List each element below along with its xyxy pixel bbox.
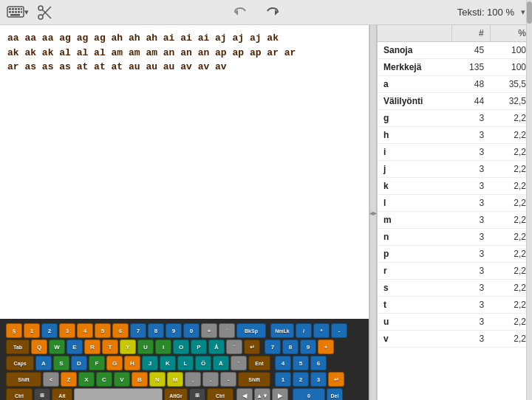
key-num-1[interactable]: 1 [275, 372, 291, 387]
key-comma[interactable]: , [185, 372, 201, 387]
key-odia[interactable]: Ö [195, 356, 211, 370]
key-tab[interactable]: Tab [6, 339, 30, 354]
key-u[interactable]: U [137, 339, 154, 354]
key-l[interactable]: L [177, 356, 194, 370]
key-num-7[interactable]: 7 [265, 339, 281, 354]
text-content[interactable]: aa aa aa ag ag ag ah ah ah ai ai ai aj a… [0, 25, 369, 319]
keyboard-icon [7, 5, 24, 20]
key-x[interactable]: X [78, 372, 95, 387]
key-arrow-up-down[interactable]: ▲▼ [254, 388, 270, 400]
cut-copy-button[interactable] [34, 1, 56, 24]
key-lt[interactable]: < [43, 372, 59, 387]
key-num-plus[interactable]: + [318, 339, 334, 354]
key-j[interactable]: J [142, 356, 158, 370]
key-a[interactable]: A [35, 356, 52, 370]
stats-row: j 3 2,2 [378, 161, 532, 178]
key-5[interactable]: 5 [95, 323, 111, 338]
key-alt-left[interactable]: Alt [52, 388, 72, 400]
stats-scrollbar[interactable] [526, 25, 532, 400]
key-ctrl-right[interactable]: Ctrl [207, 388, 233, 400]
key-c[interactable]: C [96, 372, 112, 387]
redo-button[interactable] [262, 2, 283, 23]
key-num-5[interactable]: 5 [293, 356, 309, 370]
key-num-9[interactable]: 9 [300, 339, 316, 354]
key-num-star[interactable]: * [313, 323, 330, 338]
stat-label: h [378, 127, 451, 144]
key-dash[interactable]: - [220, 372, 236, 387]
key-adia[interactable]: Ä [213, 356, 229, 370]
stat-label: Sanoja [378, 42, 451, 59]
key-2[interactable]: 2 [41, 323, 58, 338]
key-k[interactable]: K [160, 356, 176, 370]
key-enter-big[interactable]: Ent [248, 356, 270, 370]
key-4[interactable]: 4 [77, 323, 93, 338]
key-num-enter[interactable]: ↵ [328, 372, 344, 387]
key-enter-top[interactable]: ↵ [244, 339, 260, 354]
key-umlaut[interactable]: ¨ [226, 339, 242, 354]
key-num-slash[interactable]: / [296, 323, 312, 338]
keyboard-toggle-button[interactable]: ▾ [4, 3, 31, 22]
key-apos[interactable]: ' [231, 356, 247, 370]
key-num-4[interactable]: 4 [275, 356, 291, 370]
key-n[interactable]: N [149, 372, 166, 387]
key-f[interactable]: F [89, 356, 105, 370]
key-0[interactable]: 0 [183, 323, 200, 338]
key-p[interactable]: P [191, 339, 207, 354]
key-y[interactable]: Y [120, 339, 136, 354]
key-altgr[interactable]: AltGr [164, 388, 188, 400]
key-i[interactable]: I [155, 339, 171, 354]
key-b[interactable]: B [132, 372, 148, 387]
key-section[interactable]: § [6, 323, 22, 338]
key-7[interactable]: 7 [130, 323, 146, 338]
key-num-6[interactable]: 6 [310, 356, 327, 370]
stat-count: 3 [451, 195, 490, 212]
key-8[interactable]: 8 [148, 323, 164, 338]
stats-table: # % Sanoja 45 100 Merkkejä 135 100 a 48 … [378, 25, 532, 348]
key-capslock[interactable]: Caps [6, 356, 34, 370]
key-shift-left[interactable]: Shift [6, 372, 41, 387]
key-v[interactable]: V [114, 372, 130, 387]
key-ctrl-left[interactable]: Ctrl [6, 388, 33, 400]
key-w[interactable]: W [49, 339, 65, 354]
key-acute[interactable]: ´ [219, 323, 235, 338]
key-num-3[interactable]: 3 [310, 372, 327, 387]
svg-rect-3 [15, 8, 17, 10]
key-e[interactable]: E [66, 339, 83, 354]
key-m[interactable]: M [167, 372, 183, 387]
key-plus[interactable]: + [201, 323, 217, 338]
key-win-left[interactable]: ⊞ [34, 388, 50, 400]
key-space[interactable] [74, 388, 163, 400]
key-1[interactable]: 1 [24, 323, 40, 338]
key-h[interactable]: H [124, 356, 140, 370]
key-shift-right[interactable]: Shift [238, 372, 270, 387]
key-d[interactable]: D [71, 356, 87, 370]
key-num-2[interactable]: 2 [293, 372, 309, 387]
key-s[interactable]: S [53, 356, 69, 370]
key-aring[interactable]: Å [208, 339, 225, 354]
stats-row: i 3 2,2 [378, 144, 532, 161]
key-3[interactable]: 3 [59, 323, 75, 338]
key-g[interactable]: G [106, 356, 123, 370]
key-win-right[interactable]: ⊞ [189, 388, 205, 400]
key-num-8[interactable]: 8 [282, 339, 299, 354]
stat-count: 3 [451, 144, 490, 161]
key-o[interactable]: O [173, 339, 189, 354]
key-z[interactable]: Z [61, 372, 77, 387]
key-arrow-left[interactable]: ◀ [236, 388, 253, 400]
key-r[interactable]: R [84, 339, 100, 354]
key-9[interactable]: 9 [166, 323, 182, 338]
stats-row: m 3 2,2 [378, 212, 532, 229]
key-6[interactable]: 6 [112, 323, 129, 338]
panel-splitter[interactable]: ◂▸ [369, 25, 377, 400]
key-q[interactable]: Q [31, 339, 47, 354]
key-num-0[interactable]: 0 [293, 388, 325, 400]
key-t[interactable]: T [102, 339, 118, 354]
key-num-minus[interactable]: - [331, 323, 347, 338]
text-panel: aa aa aa ag ag ag ah ah ah ai ai ai aj a… [0, 25, 369, 400]
key-num-del[interactable]: Del [327, 388, 343, 400]
key-numlock[interactable]: NmLk [270, 323, 294, 338]
undo-button[interactable] [230, 2, 250, 23]
key-backspace[interactable]: BkSp [236, 323, 266, 338]
key-arrow-right[interactable]: ▶ [272, 388, 288, 400]
key-period[interactable]: . [202, 372, 219, 387]
